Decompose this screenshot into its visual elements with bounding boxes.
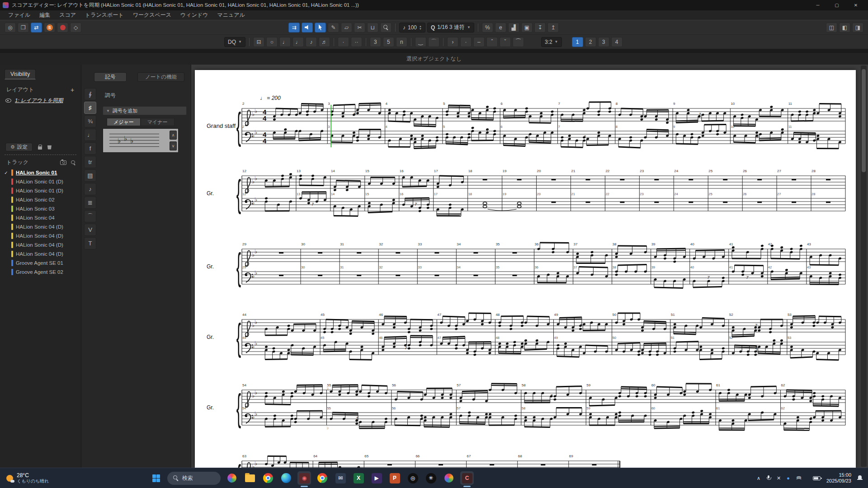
note-expression-button[interactable]: ▟ (508, 23, 519, 33)
quantize-dropdown[interactable]: Q1/16 3 連符▼ (427, 23, 474, 33)
draw-tool[interactable]: ✎ (328, 23, 339, 33)
track-row[interactable]: HALion Sonic 02 (0, 195, 81, 204)
menu-manual[interactable]: マニュアル (212, 11, 249, 19)
settings-button[interactable]: ⚙ 設定 (5, 143, 33, 151)
minor-mode-button[interactable]: マイナー (141, 118, 175, 126)
track-row[interactable]: Groove Agent SE 02 (0, 267, 81, 277)
app-recorder[interactable]: ◉ (297, 471, 311, 485)
add-key-signature-header[interactable]: ▼ 調号を追加 (103, 106, 187, 115)
right-zone-toggle[interactable]: ◨ (852, 23, 863, 33)
tuplet-ratio-dropdown[interactable]: 3:2▼ (541, 37, 562, 47)
voice-1-button[interactable]: 1 (572, 37, 583, 47)
erase-tool[interactable]: ▱ (341, 23, 352, 33)
tuplet-button[interactable]: n (396, 37, 407, 47)
app-photos[interactable] (442, 471, 456, 485)
voice-4-button[interactable]: 4 (611, 37, 623, 47)
trash-icon[interactable] (47, 145, 52, 150)
tie-button[interactable]: ‿ (415, 37, 426, 47)
menu-transport[interactable]: トランスポート (80, 11, 128, 19)
staccato-button[interactable]: · (460, 37, 472, 47)
open-layout-button[interactable]: ◫ (826, 23, 837, 33)
zoom-tool[interactable] (380, 23, 392, 33)
track-row[interactable]: HALion Sonic 04 (0, 213, 81, 222)
score-scrollbar[interactable] (861, 66, 867, 467)
score-canvas[interactable]: ♩ = 200{Grand staff♭♭♭♭44442233744556677… (195, 70, 856, 468)
track-row[interactable]: HALion Sonic 01 (D) (0, 177, 81, 186)
half-note-button[interactable]: ♩ (279, 37, 291, 47)
lock-icon[interactable] (38, 146, 42, 150)
tab-symbols[interactable]: 記号 (94, 72, 127, 82)
menu-edit[interactable]: 編集 (35, 11, 55, 19)
quarter-note-button[interactable]: ♩ (292, 37, 304, 47)
key-down-button[interactable]: ∨ (170, 141, 177, 150)
tray-close-icon[interactable]: ✕ (777, 475, 781, 481)
track-row[interactable]: HALion Sonic 04 (D) (0, 231, 81, 240)
app-chrome[interactable] (261, 471, 275, 485)
grid-note-button[interactable]: ⊟ (253, 37, 264, 47)
app-chatgpt[interactable]: ✳ (424, 471, 438, 485)
record-button[interactable] (57, 23, 68, 33)
fermata-button[interactable]: ⁀ (513, 37, 524, 47)
close-button[interactable]: ✕ (846, 0, 865, 10)
staff-icon[interactable]: ▤ (84, 169, 96, 182)
display-quantize-dropdown[interactable]: DQ▼ (224, 37, 245, 47)
sixteenth-note-button[interactable]: ♬ (319, 37, 330, 47)
tenuto-button[interactable]: – (473, 37, 485, 47)
menu-score[interactable]: スコア (55, 11, 80, 19)
score-scrollbar-thumb[interactable] (862, 69, 866, 172)
tray-mic-icon[interactable] (766, 475, 771, 481)
midi-input-button[interactable]: e (495, 23, 506, 33)
track-row[interactable]: HALion Sonic 04 (D) (0, 222, 81, 231)
trill-icon[interactable]: tr (84, 156, 96, 168)
menu-window[interactable]: ウィンドウ (176, 11, 212, 19)
app-copilot[interactable] (225, 471, 239, 485)
taskbar-start-button[interactable] (149, 471, 163, 485)
clef-icon[interactable]: ∮ (84, 88, 96, 100)
app-obs[interactable]: ◎ (406, 471, 420, 485)
app-cubase[interactable]: C (460, 471, 474, 485)
link-editor-button[interactable]: ⇄ (31, 23, 42, 33)
text-icon[interactable]: T (84, 237, 96, 249)
accent-button[interactable]: › (447, 37, 458, 47)
dynamics-icon[interactable]: f (84, 142, 96, 155)
notifications-icon[interactable] (857, 475, 863, 481)
tab-note-functions[interactable]: ノートの機能 (137, 72, 184, 82)
monitor-button[interactable]: ◇ (70, 23, 81, 33)
menu-file[interactable]: ファイル (4, 11, 35, 19)
left-zone-toggle[interactable]: ◧ (839, 23, 850, 33)
auto-scroll-button[interactable]: ⇉ (288, 23, 300, 33)
slur-icon[interactable]: ⌒ (84, 210, 96, 222)
window-layout-button[interactable]: ❐ (18, 23, 29, 33)
add-layout-button[interactable]: + (68, 86, 76, 94)
dot-button[interactable]: · (338, 37, 349, 47)
major-mode-button[interactable]: メジャー (107, 118, 141, 126)
stepper-down-icon[interactable]: ▼ (419, 28, 422, 30)
app-browser[interactable] (316, 471, 329, 485)
inverted-marcato-button[interactable]: ˇ (500, 37, 511, 47)
tray-status-icon[interactable]: ● (787, 475, 790, 481)
voice-icon[interactable]: V (84, 224, 96, 236)
track-visible-check[interactable]: ✓ (4, 170, 9, 175)
track-row[interactable]: HALion Sonic 01 (D) (0, 186, 81, 195)
app-excel[interactable]: X (352, 471, 365, 485)
app-explorer[interactable] (243, 471, 257, 485)
app-edge[interactable] (279, 471, 293, 485)
layout-item[interactable]: 1: レイアウトを同期 (5, 97, 63, 104)
time-signature-icon[interactable]: ¾ (84, 115, 96, 127)
insert-down-button[interactable]: ↧ (534, 23, 546, 33)
track-row[interactable]: Groove Agent SE 01 (0, 258, 81, 267)
triplet-button[interactable]: 3 (370, 37, 381, 47)
quintuplet-button[interactable]: 5 (383, 37, 394, 47)
split-tool[interactable]: ✂ (354, 23, 365, 33)
tray-wifi-icon[interactable]: ))) (796, 475, 801, 481)
visibility-tab[interactable]: Visibility (5, 69, 36, 80)
app-mail[interactable]: ✉ (334, 471, 347, 485)
slur-button[interactable]: ⌒ (428, 37, 439, 47)
score-page[interactable]: ♩ = 200{Grand staff♭♭♭♭44442233744556677… (195, 70, 856, 468)
tray-hidden-icons-button[interactable]: ∧ (757, 475, 760, 481)
sharp-icon[interactable]: ♯ (84, 102, 96, 114)
step-input-button[interactable]: % (482, 23, 493, 33)
insert-velocity-control[interactable]: ♪100▲▼ (399, 23, 425, 33)
track-row[interactable]: HALion Sonic 04 (D) (0, 240, 81, 249)
velocity-stepper[interactable]: ▲▼ (419, 25, 422, 30)
